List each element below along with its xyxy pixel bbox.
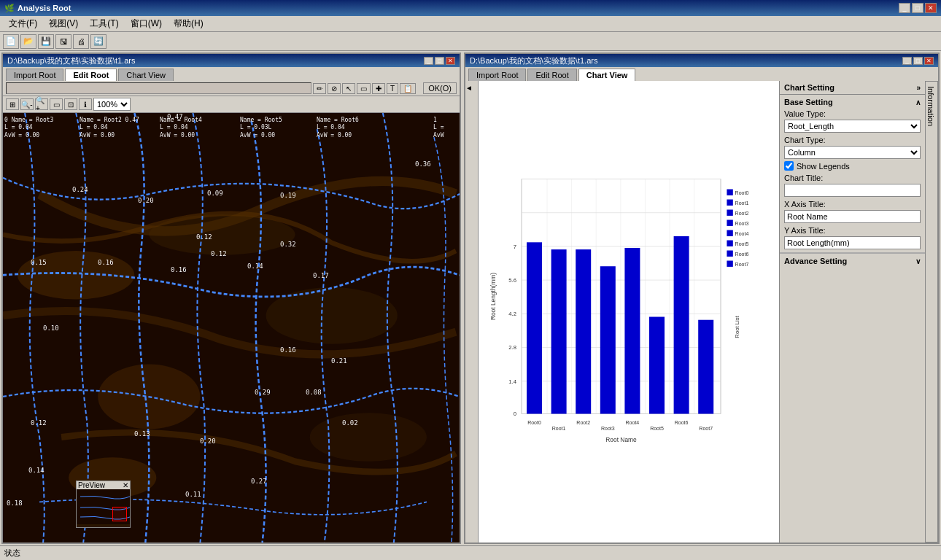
preview-selection — [112, 507, 127, 521]
value-type-select[interactable]: Root_Length Root_Width — [784, 120, 921, 133]
right-minimize[interactable]: _ — [902, 57, 912, 65]
zoom-actual[interactable]: ⊡ — [64, 98, 77, 110]
meas-0-36: 0.36 — [415, 160, 431, 168]
preview-label: PreView — [78, 481, 105, 489]
base-setting-collapse[interactable]: ∧ — [915, 98, 921, 106]
left-win-title: D:\Backup\我的文档\实验数据\t1.ars _ □ ✕ — [3, 54, 460, 67]
zoom-rect[interactable]: ▭ — [50, 98, 63, 110]
root-label-1: Name = Root2 0.47L = 0.04AvW = 0.00 — [80, 117, 139, 139]
tab-chart-view-right[interactable]: Chart View — [578, 69, 636, 81]
collapse-bar: ◄ — [465, 81, 479, 542]
menu-file[interactable]: 文件(F) — [3, 16, 43, 31]
svg-rect-56 — [727, 220, 732, 226]
svg-rect-27 — [576, 249, 591, 413]
chart-setting-expand-icon[interactable]: » — [916, 84, 921, 92]
svg-rect-52 — [727, 200, 732, 206]
x-axis-title-label: X Axis Title: — [784, 200, 921, 209]
svg-text:2.8: 2.8 — [508, 344, 516, 351]
toolbar-text[interactable]: T — [387, 83, 398, 94]
collapse-icon[interactable]: ◄ — [465, 84, 473, 92]
tab-import-root-right[interactable]: Import Root — [468, 69, 526, 81]
svg-text:Root4: Root4 — [735, 231, 749, 236]
svg-rect-32 — [698, 320, 713, 414]
app-title-left: 🌿 Analysis Root — [4, 4, 71, 13]
status-bar: 状态 — [0, 545, 941, 560]
root-label-0: 0 Name = Root3L = 0.04AvW = 0.00 — [4, 117, 53, 139]
meas-0-08: 0.08 — [306, 389, 322, 396]
svg-text:4.2: 4.2 — [508, 311, 516, 317]
svg-text:Root1: Root1 — [735, 201, 749, 206]
left-window: D:\Backup\我的文档\实验数据\t1.ars _ □ ✕ Import … — [1, 52, 461, 544]
svg-text:Root Name: Root Name — [605, 436, 637, 443]
left-restore[interactable]: □ — [435, 57, 444, 65]
zoom-out[interactable]: 🔍- — [20, 98, 34, 110]
toolbar-cursor[interactable]: ↖ — [342, 83, 355, 94]
svg-rect-60 — [727, 241, 732, 246]
tab-import-root-left[interactable]: Import Root — [6, 69, 63, 81]
ok-button[interactable]: OK(O) — [423, 82, 457, 94]
meas-0-02: 0.02 — [342, 419, 358, 427]
zoom-info[interactable]: ℹ — [79, 98, 92, 110]
svg-text:Root7: Root7 — [735, 262, 749, 267]
zoom-bar: ⊞ 🔍- 🔍+ ▭ ⊡ ℹ 100% 50% 200% — [3, 96, 460, 113]
svg-text:Root3: Root3 — [601, 426, 615, 431]
show-legends-checkbox[interactable] — [784, 161, 794, 171]
toolbar-page[interactable]: 📋 — [400, 83, 416, 94]
right-restore[interactable]: □ — [913, 57, 923, 65]
y-axis-title-input[interactable] — [784, 236, 921, 249]
zoom-select[interactable]: 100% 50% 200% — [93, 98, 131, 111]
tab-edit-root-left[interactable]: Edit Root — [65, 69, 117, 81]
svg-text:Root5: Root5 — [735, 241, 749, 246]
global-toolbar: 📄 📂 💾 🖫 🖨 🔄 — [0, 32, 941, 51]
toolbar-save[interactable]: 💾 — [38, 34, 54, 49]
information-tab[interactable]: Information — [925, 81, 938, 542]
chart-type-select[interactable]: Column Bar Line — [784, 146, 921, 159]
toolbar-line[interactable]: ⊘ — [328, 83, 341, 94]
toolbar-new[interactable]: 📄 — [3, 34, 19, 49]
app-wrapper: 🌿 Analysis Root _ □ ✕ 文件(F) 视图(V) 工具(T) … — [0, 0, 941, 560]
toolbar-rect[interactable]: ▭ — [357, 83, 371, 94]
menu-window[interactable]: 窗口(W) — [125, 16, 168, 31]
toolbar-print[interactable]: 🖨 — [73, 34, 89, 49]
preview-close[interactable]: ✕ — [123, 481, 128, 489]
menu-help[interactable]: 帮助(H) — [168, 16, 209, 31]
meas-0-12: 0.12 — [196, 233, 212, 241]
zoom-in[interactable]: 🔍+ — [35, 98, 48, 110]
svg-text:Root5: Root5 — [650, 426, 664, 431]
left-minimize[interactable]: _ — [424, 57, 433, 65]
meas-0-12c: 0.12 — [31, 419, 47, 427]
app-close-button[interactable]: ✕ — [925, 3, 937, 13]
main-content: D:\Backup\我的文档\实验数据\t1.ars _ □ ✕ Import … — [0, 51, 941, 545]
toolbar-save2[interactable]: 🖫 — [55, 34, 71, 49]
chart-title-input[interactable] — [784, 184, 921, 197]
meas-0-14: 0.14 — [247, 262, 263, 270]
toolbar-pencil[interactable]: ✏ — [313, 83, 326, 94]
svg-text:0: 0 — [514, 411, 516, 417]
zoom-fit[interactable]: ⊞ — [6, 98, 19, 110]
x-axis-title-input[interactable] — [784, 210, 921, 223]
svg-rect-54 — [727, 210, 732, 216]
toolbar-refresh[interactable]: 🔄 — [90, 34, 107, 49]
y-axis-title-label: Y Axis Title: — [784, 226, 921, 235]
toolbar-cross[interactable]: ✚ — [372, 83, 385, 94]
menu-view[interactable]: 视图(V) — [43, 16, 84, 31]
meas-0-14b: 0.14 — [28, 467, 44, 474]
preview-content — [77, 489, 130, 524]
menu-bar: 文件(F) 视图(V) 工具(T) 窗口(W) 帮助(H) — [0, 16, 941, 32]
menu-tools[interactable]: 工具(T) — [84, 16, 124, 31]
meas-0-11: 0.11 — [185, 491, 201, 498]
meas-0-32: 0.32 — [280, 241, 296, 248]
meas-0-16b: 0.16 — [171, 266, 187, 273]
app-minimize-button[interactable]: _ — [899, 3, 910, 13]
meas-0-29: 0.29 — [255, 389, 271, 396]
left-close[interactable]: ✕ — [446, 57, 455, 65]
tab-chart-view-left[interactable]: Chart View — [118, 69, 174, 81]
svg-rect-28 — [600, 266, 616, 413]
toolbar-open[interactable]: 📂 — [20, 34, 36, 49]
app-restore-button[interactable]: □ — [912, 3, 923, 13]
right-close[interactable]: ✕ — [924, 57, 934, 65]
tab-edit-root-right[interactable]: Edit Root — [527, 69, 576, 81]
advance-setting-section: Advance Setting ∨ — [780, 253, 925, 268]
advance-setting-expand[interactable]: ∨ — [915, 257, 921, 265]
svg-rect-62 — [727, 251, 732, 257]
